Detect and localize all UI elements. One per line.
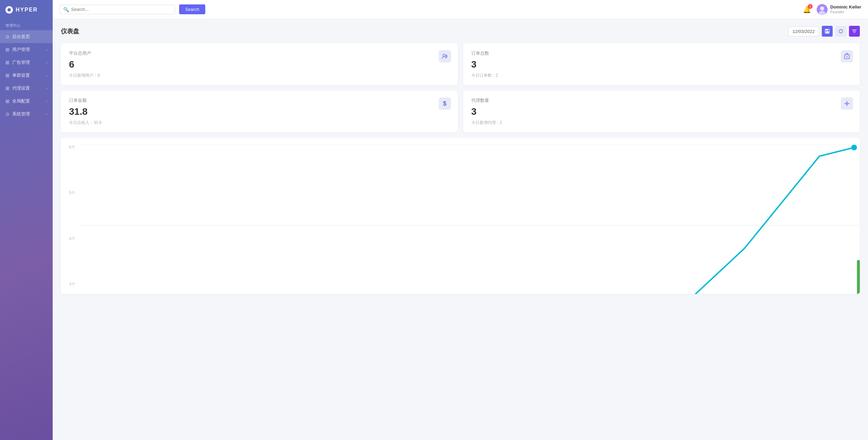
y-label-3: 3个 — [69, 281, 75, 287]
stat-card-total-users: 平台总用户 6 今日新增用户：6 — [61, 43, 458, 85]
search-box: 🔍 — [59, 5, 175, 14]
user-name: Dominic Keller — [830, 4, 861, 10]
stat-sub-orders: 今日订单数：2 — [471, 73, 852, 78]
ads-arrow-icon: › — [46, 60, 47, 65]
svg-rect-5 — [826, 31, 829, 33]
svg-point-9 — [847, 56, 848, 57]
main-area: 🔍 Search 🔔 1 Dominic Keller Foun — [53, 0, 868, 440]
stat-label-users: 平台总用户 — [69, 50, 450, 56]
sidebar-item-home[interactable]: ⊙ 后台首页 — [0, 30, 53, 43]
stat-label-agent: 代理数量 — [471, 97, 852, 104]
y-label-5: 5个 — [69, 190, 75, 196]
sidebar-item-users[interactable]: ⊞ 用户管理 › — [0, 43, 53, 56]
line-chart — [81, 145, 860, 294]
stat-card-total-orders: 订单总数 3 今日订单数：2 — [463, 43, 860, 85]
svg-rect-16 — [857, 260, 860, 294]
sidebar-item-agent[interactable]: ⊞ 代理设置 › — [0, 82, 53, 95]
svg-point-7 — [445, 55, 447, 57]
y-label-4: 4个 — [69, 236, 75, 242]
global-arrow-icon: › — [46, 99, 47, 103]
page-header: 仪表盘 12/03/2022 — [61, 26, 860, 37]
logo: HYPER — [0, 0, 53, 20]
stat-card-agent-count: 代理数量 3 今日新增代理：2 — [463, 91, 860, 132]
chart-y-labels: 6个 5个 4个 3个 — [69, 145, 75, 287]
page-actions: 12/03/2022 — [788, 26, 860, 37]
page-title: 仪表盘 — [61, 27, 79, 35]
stat-label-orders: 订单总数 — [471, 50, 852, 56]
sidebar-item-users-label: 用户管理 — [12, 47, 30, 53]
agent-arrow-icon: › — [46, 86, 47, 90]
sidebar-item-home-label: 后台首页 — [12, 34, 30, 40]
stat-sub-agent: 今日新增代理：2 — [471, 120, 852, 126]
search-input[interactable] — [71, 7, 171, 12]
users-arrow-icon: › — [46, 48, 47, 52]
svg-point-15 — [851, 145, 857, 150]
sidebar-item-system-label: 系统管理 — [12, 111, 30, 117]
sidebar-item-ads[interactable]: ⊞ 广告管理 › — [0, 56, 53, 69]
filter-btn[interactable] — [849, 26, 860, 37]
global-icon: ⊞ — [5, 98, 10, 104]
stat-sub-users: 今日新增用户：6 — [69, 73, 450, 78]
user-profile[interactable]: Dominic Keller Founder — [817, 4, 861, 15]
content-area: 仪表盘 12/03/2022 — [53, 19, 868, 440]
y-label-6: 6个 — [69, 145, 75, 150]
sidebar-item-system[interactable]: ⊙ 系统管理 › — [0, 108, 53, 121]
orders-stat-icon — [841, 50, 853, 62]
header: 🔍 Search 🔔 1 Dominic Keller Foun — [53, 0, 868, 19]
chart-card: 6个 5个 4个 3个 — [61, 138, 860, 294]
svg-point-1 — [820, 6, 824, 11]
users-stat-icon — [439, 50, 451, 62]
stats-grid: 平台总用户 6 今日新增用户：6 订单总数 3 今日订单数：2 — [61, 43, 860, 132]
search-icon: 🔍 — [63, 7, 69, 12]
users-menu-icon: ⊞ — [5, 47, 10, 52]
group-icon: ⊞ — [5, 73, 10, 78]
svg-point-6 — [443, 54, 445, 57]
save-btn[interactable] — [822, 26, 833, 37]
user-role: Founder — [830, 10, 861, 14]
svg-point-10 — [846, 103, 848, 105]
ads-icon: ⊞ — [5, 60, 10, 65]
header-right: 🔔 1 Dominic Keller Founder — [803, 4, 861, 15]
stat-card-order-amount: $ 订单金额 31.8 今日总收入：30.8 — [61, 91, 458, 132]
refresh-btn[interactable] — [835, 26, 846, 37]
stat-value-agent: 3 — [471, 106, 852, 117]
notification-area[interactable]: 🔔 1 — [803, 5, 811, 14]
system-icon: ⊙ — [5, 111, 10, 117]
group-arrow-icon: › — [46, 73, 47, 77]
stat-value-amount: 31.8 — [69, 106, 450, 117]
sidebar-item-global[interactable]: ⊞ 全局配置 › — [0, 95, 53, 108]
sidebar-item-group-label: 单群设置 — [12, 72, 30, 78]
sidebar: HYPER 管理中心 ⊙ 后台首页 ⊞ 用户管理 › ⊞ 广告管理 › ⊞ 单群… — [0, 0, 53, 440]
system-arrow-icon: › — [46, 112, 47, 116]
amount-stat-icon: $ — [439, 97, 451, 110]
notification-badge: 1 — [808, 4, 813, 9]
sidebar-item-ads-label: 广告管理 — [12, 59, 30, 66]
stat-value-users: 6 — [69, 59, 450, 70]
svg-rect-4 — [826, 29, 828, 31]
stat-label-amount: 订单金额 — [69, 97, 450, 104]
sidebar-item-global-label: 全局配置 — [12, 98, 30, 104]
home-icon: ⊙ — [5, 34, 10, 39]
logo-text: HYPER — [16, 7, 38, 13]
sidebar-item-group[interactable]: ⊞ 单群设置 › — [0, 69, 53, 82]
agent-stat-icon — [841, 97, 853, 110]
stat-sub-amount: 今日总收入：30.8 — [69, 120, 450, 126]
search-button[interactable]: Search — [179, 4, 205, 14]
logo-icon — [5, 6, 13, 14]
agent-icon: ⊞ — [5, 86, 10, 91]
admin-label: 管理中心 — [0, 20, 53, 30]
avatar — [817, 4, 828, 15]
date-display: 12/03/2022 — [788, 26, 819, 36]
sidebar-item-agent-label: 代理设置 — [12, 85, 30, 91]
stat-value-orders: 3 — [471, 59, 852, 70]
